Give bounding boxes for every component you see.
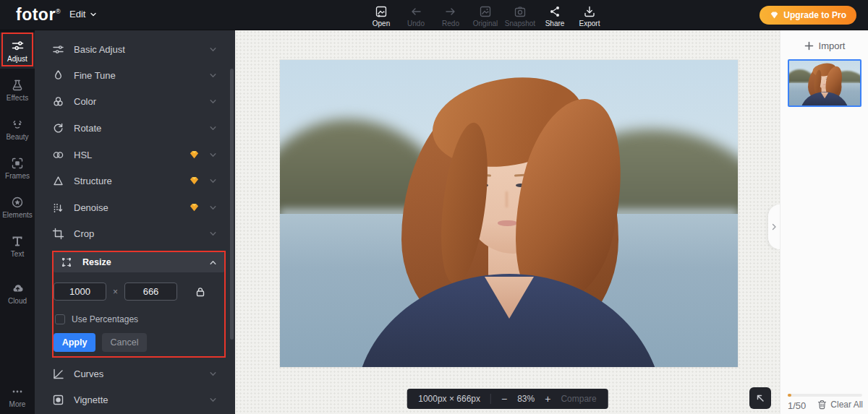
registered-mark: ® xyxy=(56,8,61,15)
rail-item-text[interactable]: Text xyxy=(0,228,35,264)
panel-item-color[interactable]: Color xyxy=(35,88,230,114)
panel-item-label: Denoise xyxy=(74,202,109,213)
import-label: Import xyxy=(819,40,846,51)
fotor-logo[interactable]: fotor® xyxy=(16,5,61,25)
text-icon xyxy=(11,235,24,248)
image-size-label: 1000px × 666px xyxy=(418,394,480,404)
panel-item-label: Vignette xyxy=(74,394,108,405)
rail-item-frames[interactable]: Frames xyxy=(0,150,35,186)
compare-button[interactable]: Compare xyxy=(561,394,596,404)
apply-button[interactable]: Apply xyxy=(54,333,95,352)
toolbar-label: Share xyxy=(545,20,565,27)
curves-icon xyxy=(52,368,64,380)
panel-item-basic-adjust[interactable]: Basic Adjust xyxy=(35,36,230,62)
snapshot-button[interactable]: Snapshot xyxy=(503,4,537,27)
panel-collapse-tab[interactable] xyxy=(768,204,780,249)
panel-item-crop[interactable]: Crop xyxy=(35,220,230,246)
beauty-face-icon xyxy=(11,118,24,131)
panel-item-hsl[interactable]: HSL xyxy=(35,142,230,168)
panel-item-fine-tune[interactable]: Fine Tune xyxy=(35,62,230,88)
open-button[interactable]: Open xyxy=(364,4,399,27)
toolbar-label: Snapshot xyxy=(505,20,535,27)
dimension-row: × xyxy=(54,283,224,301)
hsl-circles-icon xyxy=(52,149,64,161)
panel-item-curves[interactable]: Curves xyxy=(35,361,230,387)
canvas-area: 1000px × 666px − 83% + Compare xyxy=(235,30,780,414)
redo-icon xyxy=(444,5,457,18)
select-tool-button[interactable] xyxy=(749,387,771,409)
panel-item-structure[interactable]: Structure xyxy=(35,168,230,194)
vignette-icon xyxy=(52,394,64,406)
lock-aspect-icon[interactable] xyxy=(195,286,206,298)
rail-item-effects[interactable]: Effects xyxy=(0,72,35,108)
zoom-in-button[interactable]: + xyxy=(545,393,550,405)
frame-icon xyxy=(11,157,24,170)
photo-slot xyxy=(280,60,738,367)
panel-item-label: Color xyxy=(74,96,96,107)
undo-button[interactable]: Undo xyxy=(399,4,433,27)
redo-button[interactable]: Redo xyxy=(433,4,468,27)
pro-diamond-icon xyxy=(189,176,200,186)
pro-diamond-icon xyxy=(189,150,200,160)
rotate-icon xyxy=(52,122,64,134)
panel-item-label: HSL xyxy=(74,150,92,160)
sliders-icon xyxy=(52,43,64,56)
panel-item-rotate[interactable]: Rotate xyxy=(35,115,230,141)
chevron-down-icon xyxy=(209,72,217,79)
undo-icon xyxy=(409,5,422,18)
import-button[interactable]: Import xyxy=(780,38,868,53)
panel-scrollbar[interactable] xyxy=(230,69,234,340)
panel-item-label: Structure xyxy=(74,176,112,186)
upgrade-to-pro-button[interactable]: Upgrade to Pro xyxy=(760,6,856,25)
chevron-down-icon xyxy=(209,396,217,404)
rail-item-more[interactable]: More xyxy=(0,379,35,414)
logo-text: fotor xyxy=(16,5,56,24)
edit-menu[interactable]: Edit xyxy=(69,9,97,20)
use-percentages-checkbox[interactable] xyxy=(55,314,65,324)
adjust-panel: Basic Adjust Fine Tune Color Rotate HSL … xyxy=(35,30,235,414)
resize-section-header[interactable]: Resize xyxy=(54,252,224,272)
download-icon xyxy=(583,5,596,18)
share-icon xyxy=(548,5,561,18)
chevron-down-icon xyxy=(209,124,217,132)
chevron-down-icon xyxy=(209,46,217,53)
canvas-photo[interactable] xyxy=(280,60,738,367)
statusbar-divider xyxy=(490,394,491,404)
rail-item-label: Beauty xyxy=(6,133,28,141)
height-input[interactable] xyxy=(124,283,177,301)
edit-menu-label: Edit xyxy=(69,9,85,20)
thumbnail-image[interactable] xyxy=(788,59,861,107)
chevron-down-icon xyxy=(90,11,97,18)
rail-item-elements[interactable]: Elements xyxy=(0,189,35,225)
rail-item-adjust[interactable]: Adjust xyxy=(0,33,35,69)
zoom-statusbar: 1000px × 666px − 83% + Compare xyxy=(407,389,608,409)
chevron-down-icon xyxy=(209,177,217,185)
export-button[interactable]: Export xyxy=(572,4,607,27)
rail-item-beauty[interactable]: Beauty xyxy=(0,111,35,147)
star-circle-icon xyxy=(11,196,24,209)
width-input[interactable] xyxy=(54,283,106,301)
left-rail: Adjust Effects Beauty Frames Elements Te… xyxy=(0,30,35,414)
more-dots-icon xyxy=(11,385,24,398)
storage-progress-fill xyxy=(788,394,791,397)
chevron-right-icon xyxy=(771,223,777,230)
rail-item-label: Text xyxy=(11,250,24,258)
cancel-button[interactable]: Cancel xyxy=(102,333,147,352)
trash-icon xyxy=(817,400,827,410)
toolbar-label: Undo xyxy=(407,20,425,27)
resize-label: Resize xyxy=(82,257,111,267)
use-percentages-option[interactable]: Use Percentages xyxy=(55,314,138,324)
panel-item-vignette[interactable]: Vignette xyxy=(35,387,230,413)
share-button[interactable]: Share xyxy=(537,4,572,27)
rail-item-cloud[interactable]: Cloud xyxy=(0,275,35,311)
open-icon xyxy=(375,5,388,18)
clear-all-label: Clear All xyxy=(830,400,863,410)
photo-lips xyxy=(498,220,517,226)
clear-all-button[interactable]: Clear All xyxy=(817,400,863,410)
zoom-out-button[interactable]: − xyxy=(501,393,507,405)
panel-item-label: Basic Adjust xyxy=(74,44,125,55)
panel-item-label: Rotate xyxy=(74,123,101,134)
original-button[interactable]: Original xyxy=(468,4,503,27)
panel-item-denoise[interactable]: Denoise xyxy=(35,194,230,220)
color-wheel-icon xyxy=(52,95,64,108)
